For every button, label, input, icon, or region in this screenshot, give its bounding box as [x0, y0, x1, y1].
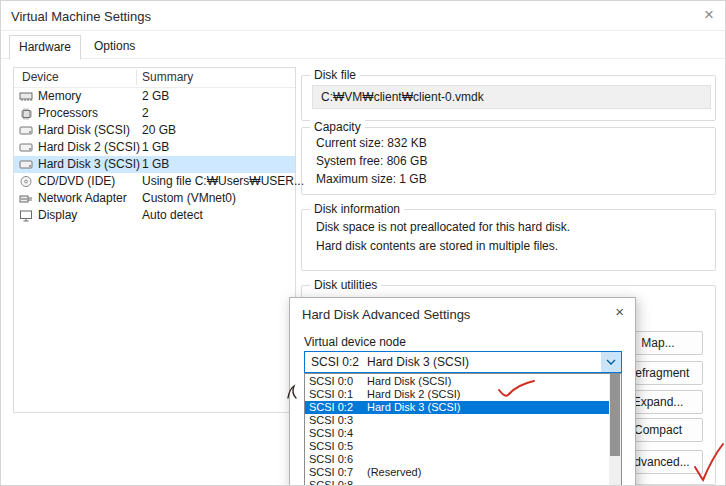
option-node: SCSI 0:1 [309, 388, 353, 401]
device-row-display[interactable]: Display Auto detect [14, 207, 295, 224]
option-scsi-0-3[interactable]: SCSI 0:3 [305, 414, 609, 427]
capacity-system-free: System free: 806 GB [316, 154, 427, 168]
option-node: SCSI 0:6 [309, 453, 353, 466]
disk-file-path-field[interactable]: C:₩VM₩client₩client-0.vmdk [312, 85, 711, 109]
tab-hardware[interactable]: Hardware [9, 35, 81, 60]
device-name: Memory [38, 88, 81, 105]
chevron-down-icon[interactable] [601, 352, 621, 372]
tab-separator [1, 58, 726, 59]
device-summary: Custom (VMnet0) [142, 190, 236, 207]
device-summary: Auto detect [142, 207, 203, 224]
device-row-network-adapter[interactable]: Network Adapter Custom (VMnet0) [14, 190, 295, 207]
capacity-group: Capacity Current size: 832 KB System fre… [301, 127, 716, 195]
tab-options[interactable]: Options [85, 35, 144, 58]
capacity-maximum-size: Maximum size: 1 GB [316, 172, 427, 186]
combo-value-node: SCSI 0:2 [311, 352, 359, 372]
disk-utilities-group-label: Disk utilities [310, 278, 381, 292]
option-node: SCSI 0:7 [309, 466, 353, 479]
disk-file-group-label: Disk file [310, 68, 360, 82]
virtual-device-node-label: Virtual device node [304, 335, 406, 349]
option-node: SCSI 0:0 [309, 375, 353, 388]
device-row-hard-disk-2[interactable]: Hard Disk 2 (SCSI) 1 GB [14, 139, 295, 156]
option-scsi-0-4[interactable]: SCSI 0:4 [305, 427, 609, 440]
dropdown-scrollbar[interactable] [609, 374, 621, 486]
option-scsi-0-1[interactable]: SCSI 0:1 Hard Disk 2 (SCSI) [305, 388, 609, 401]
device-summary: 2 [142, 105, 149, 122]
close-icon[interactable]: × [704, 5, 714, 25]
option-scsi-0-2[interactable]: SCSI 0:2 Hard Disk 3 (SCSI) [305, 401, 609, 414]
scrollbar-thumb[interactable] [610, 374, 620, 456]
device-summary: 20 GB [142, 122, 176, 139]
virtual-machine-settings-window: Virtual Machine Settings × Hardware Opti… [0, 0, 726, 486]
option-scsi-0-7[interactable]: SCSI 0:7 (Reserved) [305, 466, 609, 479]
option-scsi-0-0[interactable]: SCSI 0:0 Hard Disk (SCSI) [305, 375, 609, 388]
virtual-device-node-combobox[interactable]: SCSI 0:2 Hard Disk 3 (SCSI) [304, 351, 622, 373]
window-title: Virtual Machine Settings [11, 9, 151, 24]
device-row-memory[interactable]: Memory 2 GB [14, 88, 295, 105]
device-name: Hard Disk 3 (SCSI) [38, 156, 140, 173]
device-list-header: Device Summary [14, 68, 295, 88]
device-node-dropdown-list: SCSI 0:0 Hard Disk (SCSI) SCSI 0:1 Hard … [304, 373, 622, 486]
option-node: SCSI 0:5 [309, 440, 353, 453]
option-desc: Hard Disk 2 (SCSI) [367, 388, 461, 401]
option-node: SCSI 0:2 [309, 401, 353, 414]
device-name: Network Adapter [38, 190, 127, 207]
device-row-cd-dvd[interactable]: CD/DVD (IDE) Using file C:₩Users₩USER... [14, 173, 295, 190]
close-icon[interactable]: × [615, 303, 624, 321]
hard-disk-icon [19, 124, 33, 137]
option-desc: Hard Disk (SCSI) [367, 375, 451, 388]
processor-icon [19, 107, 33, 120]
device-name: Hard Disk 2 (SCSI) [38, 139, 140, 156]
hard-disk-icon [19, 158, 33, 171]
device-name: Hard Disk (SCSI) [38, 122, 130, 139]
option-scsi-0-8[interactable]: SCSI 0:8 [305, 479, 609, 486]
disk-information-group: Disk information Disk space is not preal… [301, 209, 716, 271]
capacity-group-label: Capacity [310, 120, 365, 134]
option-desc: Hard Disk 3 (SCSI) [367, 401, 461, 414]
device-name: Display [38, 207, 77, 224]
display-icon [19, 209, 33, 222]
device-summary: Using file C:₩Users₩USER... [142, 173, 304, 190]
device-summary: 1 GB [142, 139, 169, 156]
disk-info-line-2: Hard disk contents are stored in multipl… [316, 239, 558, 253]
option-node: SCSI 0:4 [309, 427, 353, 440]
column-header-device: Device [22, 70, 59, 84]
device-summary: 2 GB [142, 88, 169, 105]
option-node: SCSI 0:3 [309, 414, 353, 427]
dialog-title: Hard Disk Advanced Settings [302, 307, 470, 322]
disk-information-group-label: Disk information [310, 202, 404, 216]
device-row-processors[interactable]: Processors 2 [14, 105, 295, 122]
network-adapter-icon [19, 192, 33, 205]
memory-icon [19, 90, 33, 103]
device-list: Device Summary Memory 2 GB Processors 2 … [13, 67, 296, 413]
hard-disk-icon [19, 141, 33, 154]
capacity-current-size: Current size: 832 KB [316, 136, 427, 150]
device-name: Processors [38, 105, 98, 122]
option-node: SCSI 0:8 [309, 479, 353, 486]
disk-info-line-1: Disk space is not preallocated for this … [316, 220, 570, 234]
device-summary: 1 GB [142, 156, 169, 173]
column-header-summary: Summary [142, 70, 193, 84]
option-scsi-0-5[interactable]: SCSI 0:5 [305, 440, 609, 453]
device-row-hard-disk-3[interactable]: Hard Disk 3 (SCSI) 1 GB [14, 156, 295, 173]
option-desc: (Reserved) [367, 466, 421, 479]
device-row-hard-disk[interactable]: Hard Disk (SCSI) 20 GB [14, 122, 295, 139]
hard-disk-advanced-settings-dialog: Hard Disk Advanced Settings × Virtual de… [289, 297, 636, 486]
combo-value-desc: Hard Disk 3 (SCSI) [367, 352, 469, 372]
cd-dvd-icon [19, 175, 33, 188]
device-name: CD/DVD (IDE) [38, 173, 115, 190]
option-scsi-0-6[interactable]: SCSI 0:6 [305, 453, 609, 466]
disk-file-group: Disk file C:₩VM₩client₩client-0.vmdk [301, 75, 716, 121]
column-divider [136, 70, 137, 85]
title-separator [1, 30, 726, 31]
